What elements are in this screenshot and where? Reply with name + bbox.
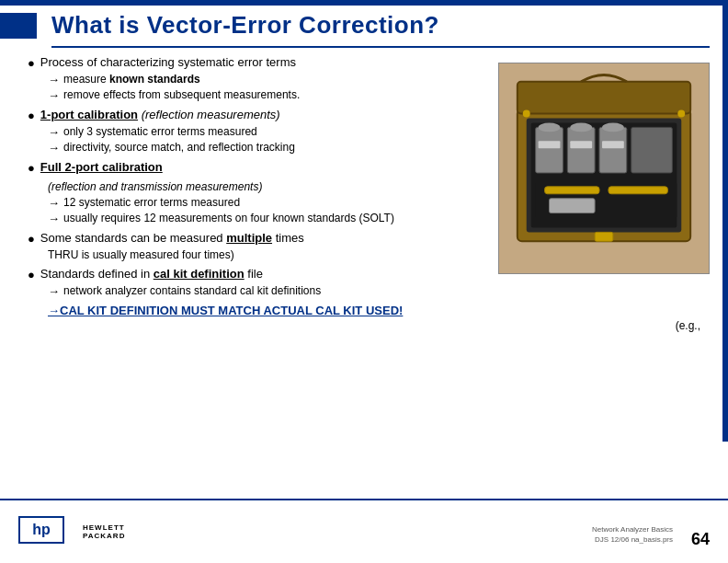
bullet-dot-3: ● (28, 161, 35, 175)
arrow-icon-4: → (48, 141, 60, 155)
svg-rect-16 (545, 187, 599, 194)
svg-rect-5 (536, 127, 563, 173)
svg-rect-2 (518, 82, 690, 114)
bullet-5: ● Standards defined in cal kit definitio… (28, 267, 471, 318)
bullet-2-subs: → only 3 systematic error terms measured… (48, 125, 471, 155)
arrow-icon-6: → (48, 212, 60, 225)
eg-text: (e.g., (676, 319, 700, 332)
footer-info-line1: Network Analyzer Basics (592, 524, 673, 534)
calibration-kit-image (498, 63, 710, 274)
sub-bullet-2-1: → only 3 systematic error terms measured (48, 125, 471, 139)
arrow-icon-2: → (48, 88, 60, 102)
svg-point-11 (602, 122, 624, 132)
top-decorative-bar (0, 0, 728, 6)
svg-point-20 (523, 110, 530, 118)
title-bar: What is Vector-Error Correction? (0, 11, 728, 40)
arrow-icon-7: → (48, 284, 60, 298)
bullet-3-subheader: (reflection and transmission measurement… (48, 180, 262, 193)
sub-bullet-1-2: → remove effects from subsequent measure… (48, 88, 471, 102)
sub-text-1-2: remove effects from subsequent measureme… (63, 88, 300, 101)
thru-line: THRU is usually measured four times) (48, 248, 471, 261)
right-decorative-bar (722, 0, 728, 442)
hp-brand: HEWLETT PACKARD (83, 523, 125, 540)
slide: What is Vector-Error Correction? ● Proce… (0, 0, 728, 563)
bullet-dot-1: ● (28, 56, 35, 70)
bullet-2: ● 1-port calibration (reflection measure… (28, 108, 471, 155)
bullet-1-text: Process of characterizing systematic err… (40, 55, 296, 69)
bullet-3-subs: → 12 systematic error terms measured → u… (48, 196, 471, 225)
svg-rect-6 (567, 127, 595, 173)
sub-text-2-2: directivity, source match, and reflectio… (63, 141, 295, 154)
svg-rect-17 (609, 187, 667, 194)
bullet-3: ● Full 2-port calibration (reflection an… (28, 160, 471, 225)
slide-title: What is Vector-Error Correction? (51, 11, 439, 40)
sub-bullet-5-1: → network analyzer contains standard cal… (48, 284, 471, 298)
footer: hp HEWLETT PACKARD Network Analyzer Basi… (0, 499, 728, 563)
bullet-2-text: 1-port calibration (reflection measureme… (40, 108, 280, 121)
cal-kit-svg (499, 63, 709, 273)
svg-rect-7 (599, 127, 627, 173)
bullet-3-text: Full 2-port calibration (40, 160, 163, 174)
svg-rect-19 (595, 232, 613, 241)
title-underline (51, 46, 710, 48)
bullet-1-subs: → measure known standards → remove effec… (48, 73, 471, 102)
hp-letters: hp (32, 522, 51, 538)
arrow-icon-5: → (48, 196, 60, 210)
calkit-text: →CAL KIT DEFINITION MUST MATCH ACTUAL CA… (48, 304, 403, 317)
bullet-4-main: ● Some standards can be measured multipl… (28, 231, 471, 246)
page-number: 64 (691, 530, 710, 549)
svg-rect-18 (550, 199, 596, 213)
eg-label: (e.g., (676, 319, 700, 332)
sub-text-1-1: measure known standards (63, 73, 200, 86)
bullet-dot-2: ● (28, 109, 35, 122)
sub-bullet-3-2: → usually requires 12 measurements on fo… (48, 212, 471, 225)
bullet-dot-4: ● (28, 232, 35, 246)
bullet-5-main: ● Standards defined in cal kit definitio… (28, 267, 471, 282)
svg-rect-8 (631, 127, 673, 173)
svg-point-21 (677, 110, 685, 118)
sub-bullet-2-2: → directivity, source match, and reflect… (48, 141, 471, 155)
svg-point-10 (570, 122, 592, 132)
svg-rect-12 (539, 141, 561, 148)
bullet-1-main: ● Process of characterizing systematic e… (28, 55, 471, 70)
bullet-4: ● Some standards can be measured multipl… (28, 231, 471, 261)
bullet-3-main: ● Full 2-port calibration (28, 160, 471, 175)
hp-brand-line1: HEWLETT (83, 523, 125, 532)
main-content: ● Process of characterizing systematic e… (28, 55, 471, 489)
arrow-icon-1: → (48, 73, 60, 86)
footer-info-line2: DJS 12/06 na_basis.prs (592, 534, 673, 545)
svg-point-9 (539, 122, 561, 132)
sub-text-2-1: only 3 systematic error terms measured (63, 125, 257, 138)
calkit-emphasis-line: →CAL KIT DEFINITION MUST MATCH ACTUAL CA… (48, 302, 471, 318)
bullet-dot-5: ● (28, 268, 35, 282)
sub-text-3-1: 12 systematic error terms measured (63, 196, 240, 209)
sub-bullet-1-1: → measure known standards (48, 73, 471, 86)
bullet-4-text: Some standards can be measured multiple … (40, 231, 304, 245)
arrow-icon-3: → (48, 125, 60, 139)
sub-text-5-1: network analyzer contains standard cal k… (63, 284, 321, 297)
bullet-5-subs: → network analyzer contains standard cal… (48, 284, 471, 298)
sub-bullet-3-1: → 12 systematic error terms measured (48, 196, 471, 210)
hp-logo: hp (18, 516, 64, 547)
hp-brand-line2: PACKARD (83, 532, 125, 540)
svg-rect-13 (570, 141, 592, 148)
hp-logo-box: hp (18, 516, 64, 544)
bullet-2-main: ● 1-port calibration (reflection measure… (28, 108, 471, 122)
sub-text-3-2: usually requires 12 measurements on four… (63, 212, 394, 224)
svg-rect-14 (602, 141, 624, 148)
title-accent-block (0, 13, 37, 39)
bullet-5-text: Standards defined in cal kit definition … (40, 267, 263, 281)
bullet-1: ● Process of characterizing systematic e… (28, 55, 471, 102)
